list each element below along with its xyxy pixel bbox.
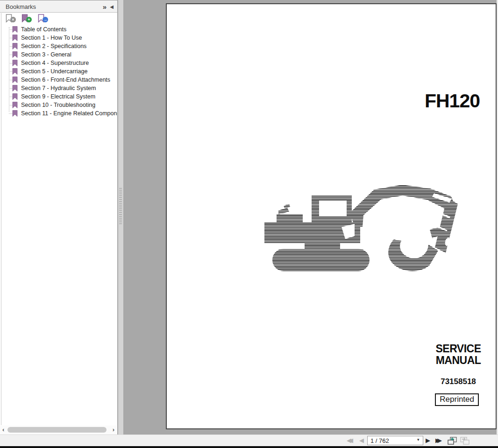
next-page-button[interactable]: ▶ — [426, 436, 430, 445]
bookmark-label: Section 10 - Troubleshooting — [21, 102, 95, 108]
taskbar-strip — [0, 446, 498, 448]
delete-bookmark-button[interactable]: × — [6, 14, 17, 24]
bookmark-icon — [12, 51, 18, 58]
page-dropdown-icon[interactable]: ▾ — [417, 437, 420, 442]
bookmark-icon — [12, 26, 18, 33]
page-navigation-toolbar: ◀◀ ◀ ▾ ▶ ▶▶ — [0, 434, 498, 446]
bookmark-icon — [12, 35, 18, 41]
bookmark-item-section-2[interactable]: Section 2 - Specifications — [0, 42, 117, 50]
bookmark-label: Section 5 - Undercarriage — [21, 68, 87, 75]
bookmark-icon — [12, 77, 18, 83]
previous-view-icon[interactable] — [447, 436, 457, 445]
manual-line: MANUAL — [432, 355, 484, 366]
bookmark-icon — [12, 68, 18, 75]
pdf-viewer-window: Bookmarks » ◀ × + → — [0, 0, 498, 448]
sidebar-horizontal-scrollbar[interactable]: ‹ › — [0, 426, 117, 434]
new-bookmark-button[interactable]: + — [21, 14, 33, 24]
bookmark-item-section-11[interactable]: Section 11 - Engine Related Compone — [0, 109, 117, 118]
bookmarks-panel: Bookmarks » ◀ × + → — [0, 0, 118, 434]
bookmark-label: Section 6 - Front-End Attachments — [21, 77, 110, 83]
bookmark-icon — [12, 93, 18, 100]
bookmark-item-section-4[interactable]: Section 4 - Superstructure — [0, 59, 117, 67]
last-page-button[interactable]: ▶▶ — [435, 436, 442, 445]
reprinted-stamp: Reprinted — [435, 393, 479, 406]
bookmark-icon — [12, 102, 18, 108]
bookmark-item-section-5[interactable]: Section 5 - Undercarriage — [0, 67, 117, 76]
bookmark-item-section-1[interactable]: Section 1 - How To Use — [0, 34, 117, 42]
part-number: 73158518 — [432, 377, 484, 386]
panel-title: Bookmarks — [6, 3, 36, 10]
bookmark-label: Section 7 - Hydraulic System — [21, 85, 96, 91]
scroll-left-icon[interactable]: ‹ — [2, 426, 4, 433]
bookmark-label: Section 11 - Engine Related Compone — [21, 110, 117, 117]
document-area: FH120 — [123, 0, 498, 434]
bookmark-item-section-7[interactable]: Section 7 - Hydraulic System — [0, 84, 117, 92]
first-page-button[interactable]: ◀◀ — [347, 436, 353, 445]
bookmark-label: Section 2 - Specifications — [21, 43, 86, 49]
go-to-bookmark-button[interactable]: → — [38, 14, 49, 24]
panel-splitter[interactable] — [118, 0, 123, 434]
scrollbar-thumb[interactable] — [7, 427, 107, 433]
bookmark-item-toc[interactable]: Table of Contents — [0, 25, 117, 34]
scroll-right-icon[interactable]: › — [113, 426, 114, 433]
delete-badge-icon: × — [10, 17, 16, 22]
goto-badge-icon: → — [43, 17, 48, 22]
bookmark-icon — [12, 60, 18, 66]
bookmark-item-section-3[interactable]: Section 3 - General — [0, 50, 117, 59]
splitter-grip-icon[interactable] — [119, 188, 122, 225]
service-line: SERVICE — [432, 343, 484, 355]
bookmark-label: Section 1 - How To Use — [21, 35, 82, 41]
bookmark-item-section-10[interactable]: Section 10 - Troubleshooting — [0, 101, 117, 109]
next-view-icon[interactable] — [460, 436, 470, 445]
service-manual-title: SERVICE MANUAL — [432, 343, 484, 366]
bookmark-label: Table of Contents — [21, 26, 66, 33]
bookmark-icon — [12, 110, 18, 117]
page-number-input[interactable] — [367, 436, 423, 445]
model-title: FH120 — [425, 90, 480, 112]
pdf-page: FH120 — [166, 3, 497, 429]
bookmark-icon — [12, 85, 18, 91]
bookmark-label: Section 9 - Electrical System — [21, 93, 95, 100]
panel-inner-border — [1, 13, 1, 425]
bookmarks-panel-header: Bookmarks » ◀ — [0, 0, 117, 13]
bookmark-item-section-9[interactable]: Section 9 - Electrical System — [0, 92, 117, 101]
bookmark-label: Section 4 - Superstructure — [21, 60, 89, 66]
excavator-illustration — [263, 184, 459, 275]
bookmark-item-section-6[interactable]: Section 6 - Front-End Attachments — [0, 76, 117, 84]
panel-options-icon[interactable]: » — [103, 3, 106, 11]
previous-page-button[interactable]: ◀ — [359, 436, 364, 445]
bookmark-icon — [12, 43, 18, 49]
bookmark-label: Section 3 - General — [21, 51, 71, 58]
collapse-panel-icon[interactable]: ◀ — [110, 4, 114, 9]
bookmark-list: Table of Contents Section 1 - How To Use… — [0, 25, 117, 119]
new-badge-icon: + — [26, 17, 32, 22]
bookmarks-toolbar: × + → — [0, 13, 117, 25]
